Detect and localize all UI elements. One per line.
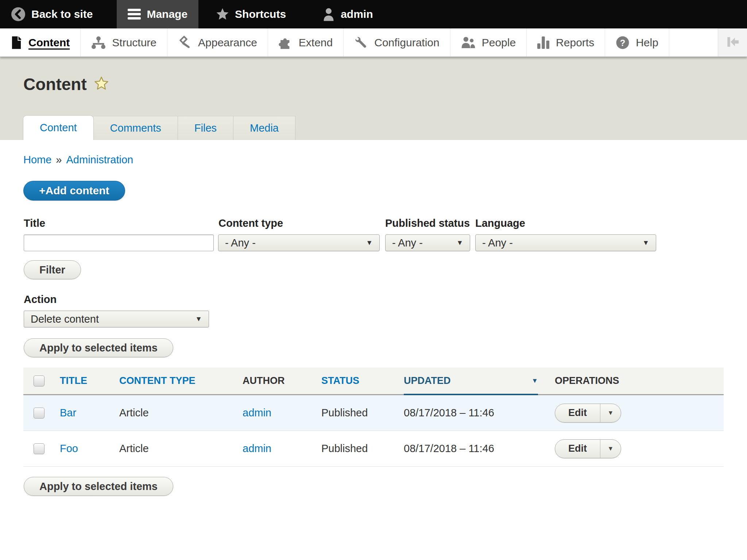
toolbar-item-extend[interactable]: Extend bbox=[268, 28, 344, 57]
toolbar-item-appearance[interactable]: Appearance bbox=[167, 28, 268, 57]
tab-label: Comments bbox=[110, 122, 161, 134]
toolbar-item-people[interactable]: People bbox=[450, 28, 527, 57]
table-header-row: TITLE CONTENT TYPE AUTHOR STATUS UPDATED… bbox=[23, 368, 724, 395]
primary-tabs: Content Comments Files Media bbox=[23, 115, 295, 140]
node-author-link[interactable]: admin bbox=[243, 443, 271, 455]
action-label: Action bbox=[24, 293, 57, 306]
star-icon bbox=[216, 8, 229, 21]
edit-split-button: Edit ▼ bbox=[555, 439, 621, 458]
operations-header: OPERATIONS bbox=[555, 368, 724, 394]
user-menu-button[interactable]: admin bbox=[311, 0, 384, 28]
toolbar-spacer bbox=[669, 28, 718, 57]
title-filter-input[interactable] bbox=[24, 234, 214, 251]
puzzle-icon bbox=[279, 36, 293, 50]
dropdown-arrow-icon: ▼ bbox=[456, 239, 463, 247]
language-select[interactable]: - Any - ▼ bbox=[475, 234, 656, 251]
table-row: Foo Article admin Published 08/17/2018 –… bbox=[23, 431, 724, 467]
breadcrumb-administration-link[interactable]: Administration bbox=[66, 154, 133, 166]
node-content-type: Article bbox=[119, 443, 243, 455]
toolbar-item-label: People bbox=[482, 36, 516, 49]
edit-button[interactable]: Edit bbox=[555, 404, 600, 422]
content-type-select[interactable]: - Any - ▼ bbox=[218, 234, 380, 251]
updated-header-label: UPDATED bbox=[404, 375, 451, 386]
sort-updated-header[interactable]: UPDATED ▼ bbox=[404, 368, 555, 394]
node-updated: 08/17/2018 – 11:46 bbox=[404, 407, 555, 419]
admin-toolbar: Content Structure Appearance Extend Conf… bbox=[0, 28, 747, 57]
action-select-value: Delete content bbox=[31, 313, 99, 325]
apply-to-selected-button-bottom[interactable]: Apply to selected items bbox=[24, 477, 173, 496]
title-filter-label: Title bbox=[24, 217, 45, 230]
dropdown-arrow-icon: ▼ bbox=[195, 315, 202, 323]
tab-content[interactable]: Content bbox=[23, 115, 94, 140]
breadcrumb-separator: » bbox=[56, 154, 62, 166]
toolbar-item-content[interactable]: Content bbox=[0, 28, 81, 57]
row-checkbox[interactable] bbox=[34, 443, 44, 454]
file-icon bbox=[11, 36, 22, 50]
back-to-site-button[interactable]: Back to site bbox=[0, 0, 104, 28]
page-title: Content bbox=[23, 74, 87, 94]
content-type-filter-label: Content type bbox=[218, 217, 283, 230]
dropdown-arrow-icon: ▼ bbox=[642, 239, 649, 247]
sort-desc-arrow-icon: ▼ bbox=[531, 377, 538, 385]
edit-button[interactable]: Edit bbox=[555, 440, 600, 458]
edit-dropdown-arrow-icon[interactable]: ▼ bbox=[600, 404, 621, 422]
edit-dropdown-arrow-icon[interactable]: ▼ bbox=[600, 440, 621, 458]
paintbrush-icon bbox=[178, 36, 192, 50]
tab-label: Files bbox=[194, 122, 217, 134]
add-content-button[interactable]: +Add content bbox=[23, 181, 125, 201]
barchart-icon bbox=[537, 36, 550, 49]
action-select[interactable]: Delete content ▼ bbox=[24, 311, 209, 327]
sort-title-header[interactable]: TITLE bbox=[60, 375, 87, 386]
toolbar-item-label: Extend bbox=[299, 36, 333, 49]
filter-button[interactable]: Filter bbox=[24, 260, 81, 279]
node-status: Published bbox=[321, 407, 404, 419]
back-to-site-label: Back to site bbox=[31, 8, 93, 20]
shortcuts-label: Shortcuts bbox=[235, 8, 286, 20]
edit-split-button: Edit ▼ bbox=[555, 404, 621, 423]
node-content-type: Article bbox=[119, 407, 243, 419]
published-status-select[interactable]: - Any - ▼ bbox=[385, 234, 470, 251]
row-checkbox[interactable] bbox=[34, 408, 44, 419]
shortcuts-button[interactable]: Shortcuts bbox=[205, 0, 297, 28]
toolbar-item-structure[interactable]: Structure bbox=[81, 28, 167, 57]
main-content: Home » Administration +Add content Title… bbox=[0, 140, 747, 560]
sort-content-type-header[interactable]: CONTENT TYPE bbox=[119, 375, 196, 386]
language-filter-label: Language bbox=[475, 217, 525, 230]
apply-to-selected-button-top[interactable]: Apply to selected items bbox=[24, 338, 173, 357]
admin-topbar: Back to site Manage Shortcuts admin bbox=[0, 0, 747, 28]
published-status-filter-label: Published status bbox=[385, 217, 470, 230]
node-title-link[interactable]: Bar bbox=[60, 407, 76, 419]
tab-label: Media bbox=[250, 122, 279, 134]
manage-menu-button[interactable]: Manage bbox=[117, 0, 198, 28]
breadcrumb-home-link[interactable]: Home bbox=[23, 154, 51, 166]
tab-media[interactable]: Media bbox=[233, 116, 295, 140]
toolbar-item-reports[interactable]: Reports bbox=[527, 28, 605, 57]
author-header: AUTHOR bbox=[243, 368, 321, 394]
active-sort-underline bbox=[404, 394, 538, 395]
language-select-value: - Any - bbox=[482, 237, 513, 249]
node-author-link[interactable]: admin bbox=[243, 407, 271, 419]
node-title-link[interactable]: Foo bbox=[60, 443, 78, 455]
tab-label: Content bbox=[40, 122, 77, 134]
toolbar-collapse-button[interactable] bbox=[718, 28, 747, 57]
favorite-star-icon[interactable] bbox=[94, 76, 109, 92]
content-table: TITLE CONTENT TYPE AUTHOR STATUS UPDATED… bbox=[23, 368, 724, 467]
tab-comments[interactable]: Comments bbox=[94, 116, 178, 140]
tab-files[interactable]: Files bbox=[178, 116, 233, 140]
page-header: Content Content Comments Files Media bbox=[0, 57, 747, 140]
toolbar-item-label: Appearance bbox=[198, 36, 257, 49]
toolbar-item-configuration[interactable]: Configuration bbox=[344, 28, 450, 57]
select-all-checkbox[interactable] bbox=[34, 376, 44, 386]
svg-text:?: ? bbox=[620, 38, 626, 47]
sort-status-header[interactable]: STATUS bbox=[321, 375, 359, 386]
user-label: admin bbox=[341, 8, 373, 20]
manage-label: Manage bbox=[147, 8, 187, 20]
breadcrumb: Home » Administration bbox=[23, 154, 133, 166]
node-status: Published bbox=[321, 443, 404, 455]
toolbar-item-help[interactable]: ? Help bbox=[605, 28, 669, 57]
user-icon bbox=[322, 7, 335, 21]
toolbar-item-label: Configuration bbox=[374, 36, 439, 49]
toolbar-item-label: Structure bbox=[112, 36, 156, 49]
help-icon: ? bbox=[616, 36, 630, 50]
toolbar-item-label: Reports bbox=[556, 36, 594, 49]
